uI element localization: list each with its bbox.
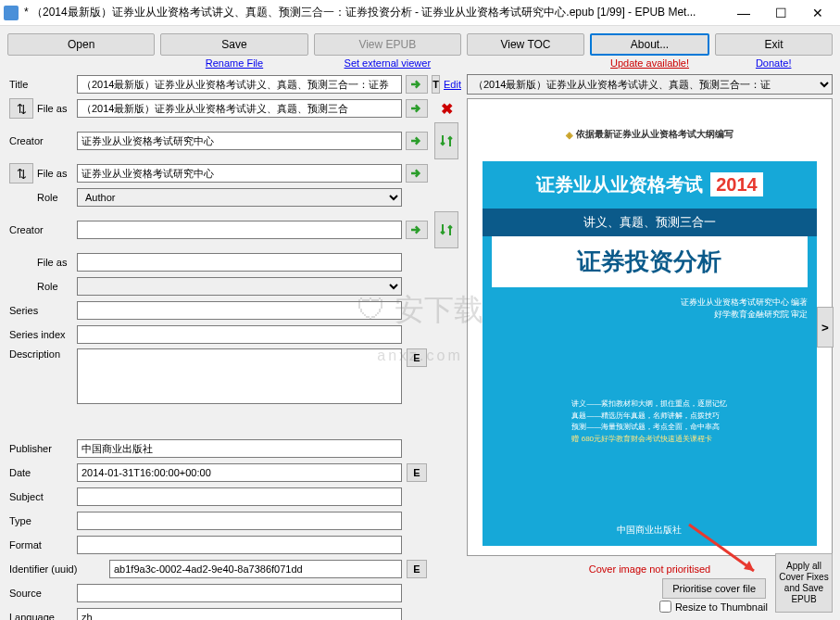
right-panel: View TOC About... Exit Update available!… [467, 33, 833, 613]
description-input[interactable] [77, 348, 402, 404]
creator1-swap-button[interactable] [434, 122, 458, 159]
type-input[interactable] [77, 512, 402, 530]
label-type: Type [7, 515, 77, 526]
label-creator1: Creator [7, 135, 77, 146]
series-input[interactable] [77, 301, 402, 320]
date-e-button[interactable]: E [407, 463, 427, 482]
language-input[interactable] [77, 608, 402, 620]
label-source: Source [7, 588, 77, 599]
exit-button[interactable]: Exit [715, 33, 833, 56]
role1-select[interactable]: Author [77, 188, 402, 207]
label-identifier: Identifier (uuid) [7, 563, 91, 575]
cover-preview: ◈ 依据最新证券业从业资格考试大纲编写 证券业从业资格考试2014 讲义、真题、… [467, 98, 833, 556]
cover-image: ◈ 依据最新证券业从业资格考试大纲编写 证券业从业资格考试2014 讲义、真题、… [483, 108, 818, 546]
title-fileas-arrow-button[interactable] [406, 99, 428, 118]
role2-select[interactable] [77, 277, 402, 296]
label-creator2-fileas: File as [35, 257, 77, 268]
titlebar: * （2014最新版）证券业从业资格考试讲义、真题、预测三合一：证券投资分析 -… [0, 0, 840, 26]
delete-icon[interactable]: ✖ [441, 100, 453, 118]
label-format: Format [7, 539, 77, 550]
rename-file-link[interactable]: Rename File [206, 57, 263, 69]
label-subject: Subject [7, 491, 77, 502]
apply-all-button[interactable]: Apply all Cover Fixes and Save EPUB [775, 553, 833, 613]
title-dropdown[interactable]: （2014最新版）证券业从业资格考试讲义、真题、预测三合一：证 [467, 74, 833, 95]
open-button[interactable]: Open [7, 33, 155, 56]
update-available-link[interactable]: Update available! [610, 57, 689, 69]
label-series-index: Series index [7, 329, 77, 340]
label-role2: Role [35, 281, 77, 292]
identifier-e-button[interactable]: E [407, 560, 427, 578]
view-toc-button[interactable]: View TOC [467, 33, 584, 56]
title-input[interactable] [77, 75, 402, 94]
about-button[interactable]: About... [590, 33, 709, 56]
title-fileas-input[interactable] [77, 99, 402, 118]
label-language: Language [7, 612, 77, 620]
maximize-button[interactable]: ☐ [762, 0, 799, 26]
publisher-input[interactable] [77, 439, 402, 458]
label-creator1-fileas: File as [35, 168, 77, 179]
edit-link[interactable]: Edit [444, 79, 461, 90]
next-cover-button[interactable]: > [817, 307, 834, 348]
resize-label: Resize to Thumbnail [675, 601, 768, 613]
window-title: * （2014最新版）证券业从业资格考试讲义、真题、预测三合一：证券投资分析 -… [24, 5, 725, 20]
label-title: Title [7, 79, 77, 90]
label-role1: Role [35, 192, 77, 203]
left-panel: Open Save View EPUB Rename File Set exte… [7, 33, 461, 613]
creator1-fileas-input[interactable] [77, 164, 402, 183]
label-series: Series [7, 305, 77, 316]
label-date: Date [7, 467, 77, 478]
subject-input[interactable] [77, 487, 402, 506]
label-description: Description [7, 348, 77, 360]
identifier-input[interactable] [109, 560, 402, 578]
creator2-arrow-button[interactable] [406, 221, 428, 239]
t-button[interactable]: T [432, 75, 440, 94]
resize-checkbox[interactable] [659, 601, 671, 613]
window-controls: — ☐ ✕ [725, 0, 836, 26]
description-e-button[interactable]: E [407, 348, 427, 367]
swap-title-button[interactable]: ⇅ [9, 98, 33, 119]
save-button[interactable]: Save [160, 33, 307, 56]
view-epub-button[interactable]: View EPUB [314, 33, 461, 56]
creator1-fileas-arrow-button[interactable] [406, 164, 428, 183]
label-creator2: Creator [7, 224, 77, 235]
set-external-viewer-link[interactable]: Set external viewer [345, 57, 432, 69]
creator2-swap-button[interactable] [434, 211, 458, 248]
creator2-input[interactable] [77, 221, 402, 239]
creator1-input[interactable] [77, 132, 402, 150]
donate-link[interactable]: Donate! [756, 57, 792, 69]
close-button[interactable]: ✕ [799, 0, 836, 26]
date-input[interactable] [77, 463, 402, 482]
label-title-fileas: File as [35, 103, 77, 114]
creator2-fileas-input[interactable] [77, 253, 402, 272]
format-input[interactable] [77, 536, 402, 554]
source-input[interactable] [77, 584, 402, 602]
prioritise-cover-button[interactable]: Prioritise cover file [662, 578, 766, 599]
minimize-button[interactable]: — [725, 0, 762, 26]
series-index-input[interactable] [77, 325, 402, 344]
app-icon [4, 6, 19, 20]
title-arrow-button[interactable] [406, 75, 428, 94]
label-publisher: Publisher [7, 443, 77, 454]
swap-creator1-button[interactable]: ⇅ [9, 163, 33, 183]
creator1-arrow-button[interactable] [406, 132, 428, 150]
